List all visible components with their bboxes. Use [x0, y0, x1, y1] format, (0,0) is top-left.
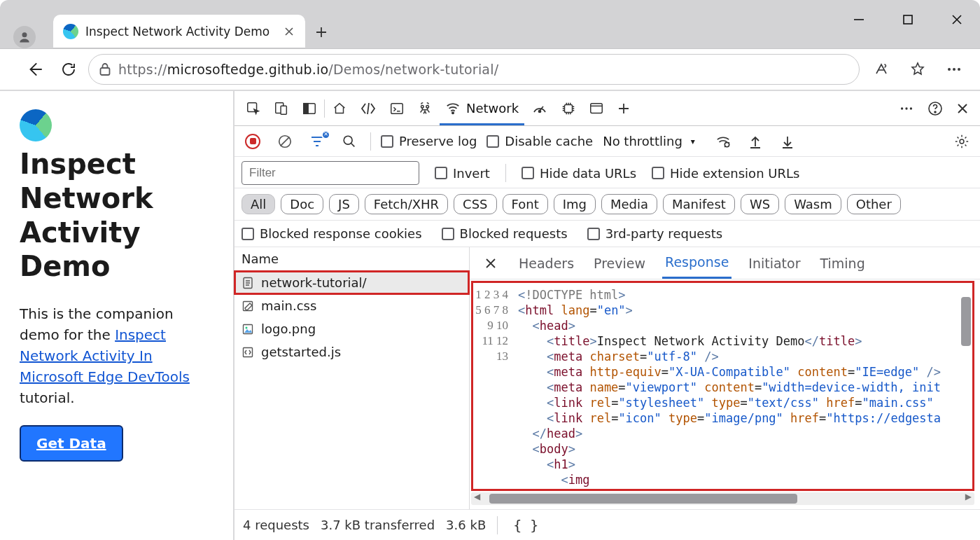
type-js[interactable]: JS: [329, 194, 359, 214]
get-data-button[interactable]: Get Data: [20, 425, 123, 462]
filter-input[interactable]: [241, 161, 419, 185]
detail-tab-response[interactable]: Response: [662, 247, 732, 279]
svg-rect-10: [304, 103, 308, 113]
status-requests: 4 requests: [243, 518, 309, 532]
more-icon[interactable]: [942, 57, 966, 81]
profile-avatar[interactable]: [13, 26, 36, 48]
clear-button[interactable]: [274, 130, 296, 153]
disable-cache-checkbox[interactable]: Disable cache: [486, 134, 593, 148]
type-font[interactable]: Font: [503, 194, 548, 214]
new-tab-button[interactable]: [305, 16, 337, 48]
network-tab[interactable]: Network: [440, 93, 524, 125]
response-code[interactable]: <!DOCTYPE html> <html lang="en"> <head> …: [515, 283, 972, 489]
type-other[interactable]: Other: [847, 194, 901, 214]
more-tabs-icon[interactable]: [611, 92, 636, 125]
type-manifest[interactable]: Manifest: [663, 194, 735, 214]
network-settings-icon[interactable]: [951, 130, 973, 153]
detail-tab-initiator[interactable]: Initiator: [746, 249, 803, 278]
welcome-tab-icon[interactable]: [326, 92, 353, 125]
lock-icon: [99, 62, 111, 76]
memory-tab-icon[interactable]: [555, 92, 582, 125]
devtools-more-icon[interactable]: [893, 92, 920, 125]
tab-title: Inspect Network Activity Demo: [85, 25, 274, 39]
third-party-checkbox[interactable]: 3rd-party requests: [587, 226, 723, 241]
svg-rect-1: [904, 15, 912, 24]
detail-tab-headers[interactable]: Headers: [516, 249, 577, 278]
reload-button[interactable]: [55, 55, 83, 83]
svg-point-4: [953, 68, 955, 71]
vertical-scrollbar[interactable]: [960, 283, 972, 489]
close-tab-icon[interactable]: [281, 24, 297, 39]
js-icon: [241, 346, 254, 359]
minimize-button[interactable]: [843, 4, 875, 36]
detail-tab-timing[interactable]: Timing: [818, 249, 868, 278]
window-controls: [843, 0, 973, 39]
request-row[interactable]: getstarted.js: [234, 340, 469, 364]
device-emulation-icon[interactable]: [268, 92, 295, 125]
back-button[interactable]: [21, 55, 49, 83]
type-ws[interactable]: WS: [741, 194, 779, 214]
edge-logo-icon: [20, 109, 52, 141]
close-detail-icon[interactable]: [479, 252, 502, 275]
svg-point-15: [539, 110, 541, 112]
export-har-icon[interactable]: [776, 130, 799, 153]
dock-side-icon[interactable]: [296, 92, 323, 125]
status-resources: 3.6 kB: [446, 518, 486, 532]
hide-data-urls-checkbox[interactable]: Hide data URLs: [522, 166, 636, 181]
type-doc[interactable]: Doc: [281, 194, 323, 214]
search-button[interactable]: [338, 130, 360, 153]
read-aloud-icon[interactable]: [869, 57, 893, 81]
svg-rect-2: [101, 68, 110, 75]
devtools-panel: Network Preserve log Disable cache No th…: [234, 91, 980, 540]
inspect-element-icon[interactable]: [240, 92, 267, 125]
type-fetch[interactable]: Fetch/XHR: [365, 194, 448, 214]
detail-tabs: Headers Preview Response Initiator Timin…: [470, 247, 980, 279]
elements-tab-icon[interactable]: [354, 92, 382, 125]
request-row[interactable]: network-tutorial/: [234, 271, 469, 294]
request-detail: Headers Preview Response Initiator Timin…: [470, 247, 980, 509]
request-row[interactable]: logo.png: [234, 317, 469, 340]
application-tab-icon[interactable]: [583, 92, 610, 125]
type-wasm[interactable]: Wasm: [785, 194, 841, 214]
address-bar[interactable]: https://microsoftedge.github.io/Demos/ne…: [88, 54, 860, 85]
record-button[interactable]: [241, 130, 264, 153]
network-conditions-icon[interactable]: [712, 130, 734, 153]
network-toolbar: Preserve log Disable cache No throttling…: [234, 126, 980, 157]
svg-point-3: [948, 68, 951, 71]
filter-bar: Invert Hide data URLs Hide extension URL…: [234, 157, 980, 188]
pretty-print-button[interactable]: { }: [509, 517, 542, 534]
filter-toggle[interactable]: [306, 130, 328, 153]
type-media[interactable]: Media: [601, 194, 657, 214]
throttling-select[interactable]: No throttling▾: [603, 134, 702, 148]
type-css[interactable]: CSS: [454, 194, 496, 214]
blocked-cookies-checkbox[interactable]: Blocked response cookies: [241, 226, 422, 241]
help-icon[interactable]: [921, 92, 949, 125]
hide-extension-urls-checkbox[interactable]: Hide extension URLs: [652, 166, 799, 181]
type-img[interactable]: Img: [554, 194, 596, 214]
console-tab-icon[interactable]: [384, 92, 410, 125]
preserve-log-checkbox[interactable]: Preserve log: [381, 134, 477, 148]
devtools-tabstrip: Network: [234, 91, 980, 126]
request-row[interactable]: main.css: [234, 294, 469, 317]
css-icon: [241, 300, 254, 312]
network-status-bar: 4 requests 3.7 kB transferred 3.6 kB { }: [234, 509, 980, 540]
svg-rect-17: [591, 103, 603, 113]
column-header-name[interactable]: Name: [234, 247, 469, 271]
close-window-button[interactable]: [941, 4, 973, 36]
import-har-icon[interactable]: [744, 130, 766, 153]
svg-point-12: [421, 105, 424, 108]
blocked-requests-checkbox[interactable]: Blocked requests: [442, 226, 568, 241]
horizontal-scrollbar[interactable]: [471, 492, 974, 505]
url-text: https://microsoftedge.github.io/Demos/ne…: [118, 62, 498, 77]
detail-tab-preview[interactable]: Preview: [591, 249, 648, 278]
type-all[interactable]: All: [241, 194, 275, 214]
favorite-icon[interactable]: [906, 57, 930, 81]
browser-tab[interactable]: Inspect Network Activity Demo: [53, 15, 305, 48]
invert-checkbox[interactable]: Invert: [435, 166, 490, 181]
maximize-button[interactable]: [892, 4, 924, 36]
performance-tab-icon[interactable]: [526, 92, 554, 125]
sources-tab-icon[interactable]: [412, 92, 438, 125]
close-devtools-icon[interactable]: [951, 92, 974, 125]
svg-point-0: [22, 32, 27, 37]
svg-point-22: [934, 111, 936, 113]
